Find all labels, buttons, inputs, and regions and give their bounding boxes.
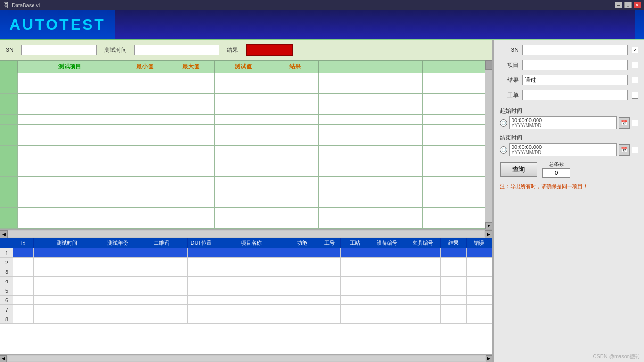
bth-station: 工站 xyxy=(341,238,369,248)
table-cell xyxy=(33,286,100,296)
table-cell xyxy=(100,296,136,305)
table-cell xyxy=(353,94,388,104)
table-cell xyxy=(33,248,100,258)
close-button[interactable]: ✕ xyxy=(634,2,641,8)
table-cell xyxy=(122,115,168,125)
bth-function: 功能 xyxy=(287,238,318,248)
table-cell xyxy=(214,229,272,230)
table-cell xyxy=(122,197,168,208)
table-cell xyxy=(33,277,100,286)
minimize-button[interactable]: ─ xyxy=(615,2,622,8)
bottom-scroll-left[interactable]: ◀ xyxy=(0,355,7,362)
table-cell xyxy=(318,229,353,230)
table-cell xyxy=(136,258,187,267)
start-calendar-btn[interactable]: 📅 xyxy=(619,117,630,129)
table-cell xyxy=(388,94,423,104)
test-time-input[interactable] xyxy=(134,45,219,55)
filter-sn-checkbox[interactable]: ✓ xyxy=(632,47,638,53)
table-cell xyxy=(214,146,272,156)
end-time-value-box[interactable]: 00:00:00.000 YYYY/MM/DD xyxy=(509,143,617,156)
table-cell xyxy=(17,83,122,94)
table-cell xyxy=(388,115,423,125)
table-cell xyxy=(215,305,287,314)
start-time-row: 🕐 00:00:00.000 YYYY/MM/DD 📅 xyxy=(500,116,638,129)
table-cell xyxy=(13,296,33,305)
query-button[interactable]: 查询 xyxy=(500,162,537,177)
filter-workorder-row: 工单 xyxy=(500,90,638,100)
table-cell xyxy=(168,218,214,229)
table-row xyxy=(0,177,492,187)
top-table-vscroll[interactable]: ▼ xyxy=(485,60,492,229)
table-cell xyxy=(215,314,287,324)
table-cell xyxy=(318,248,341,258)
table-cell xyxy=(187,296,215,305)
table-cell xyxy=(466,267,492,277)
row-index xyxy=(0,156,18,166)
table-cell xyxy=(422,156,457,166)
table-cell xyxy=(341,277,369,286)
start-time-label: 起始时间 xyxy=(500,107,638,115)
table-cell xyxy=(122,83,168,94)
filter-project-checkbox[interactable] xyxy=(632,62,638,68)
table-cell xyxy=(287,286,318,296)
start-time-checkbox[interactable] xyxy=(632,120,638,126)
filter-result-checkbox[interactable] xyxy=(632,77,638,83)
table-cell xyxy=(122,146,168,156)
sn-input[interactable] xyxy=(21,45,97,55)
th-result: 结果 xyxy=(272,61,318,73)
table-cell xyxy=(466,314,492,324)
scroll-left-arrow[interactable]: ◀ xyxy=(0,230,8,238)
filter-sn-input[interactable] xyxy=(522,45,628,55)
table-row: 5 xyxy=(0,286,492,296)
end-calendar-btn[interactable]: 📅 xyxy=(619,144,630,156)
start-time-value-box[interactable]: 00:00:00.000 YYYY/MM/DD xyxy=(509,116,617,129)
row-index xyxy=(0,229,18,230)
table-cell xyxy=(168,156,214,166)
table-cell xyxy=(187,314,215,324)
table-row xyxy=(0,208,492,218)
table-cell xyxy=(136,296,187,305)
filter-result-input[interactable] xyxy=(522,75,628,85)
th-e4 xyxy=(422,61,457,73)
table-cell xyxy=(405,305,441,314)
title-bar: 🗄 DataBase.vi ─ □ ✕ xyxy=(0,0,644,10)
result-indicator xyxy=(246,44,293,56)
table-cell xyxy=(441,286,466,296)
table-cell xyxy=(388,218,423,229)
table-cell xyxy=(272,187,318,197)
table-cell xyxy=(422,146,457,156)
table-cell xyxy=(214,125,272,135)
bottom-hscroll[interactable]: ◀ ▶ xyxy=(0,354,492,362)
filter-workorder-input[interactable] xyxy=(522,90,628,100)
bth-test-year: 测试年份 xyxy=(100,238,136,248)
table-cell xyxy=(405,286,441,296)
table-cell xyxy=(287,248,318,258)
table-row xyxy=(0,135,492,146)
table-cell xyxy=(422,104,457,115)
table-cell xyxy=(215,258,287,267)
row-number: 2 xyxy=(0,258,13,267)
filter-project-input[interactable] xyxy=(522,60,628,70)
table-cell xyxy=(17,104,122,115)
table-cell xyxy=(168,177,214,187)
sn-label: SN xyxy=(6,47,14,53)
table-row xyxy=(0,197,492,208)
restore-button[interactable]: □ xyxy=(624,2,632,8)
table-cell xyxy=(388,166,423,177)
bottom-scroll-right[interactable]: ▶ xyxy=(486,355,492,362)
start-time-section: 起始时间 🕐 00:00:00.000 YYYY/MM/DD 📅 xyxy=(500,107,638,129)
table-row: 8 xyxy=(0,314,492,324)
scroll-right-arrow[interactable]: ▶ xyxy=(485,230,492,238)
table-cell xyxy=(272,73,318,83)
end-time-checkbox[interactable] xyxy=(632,147,638,153)
table-cell xyxy=(466,305,492,314)
top-table-hscroll[interactable]: ◀ ▶ xyxy=(0,230,492,238)
app-title: AUTOTEST xyxy=(9,16,106,33)
table-cell xyxy=(441,248,466,258)
row-number: 6 xyxy=(0,296,13,305)
filter-workorder-checkbox[interactable] xyxy=(632,92,638,99)
table-cell xyxy=(318,94,353,104)
table-cell xyxy=(353,135,388,146)
table-row xyxy=(0,218,492,229)
table-cell xyxy=(422,135,457,146)
